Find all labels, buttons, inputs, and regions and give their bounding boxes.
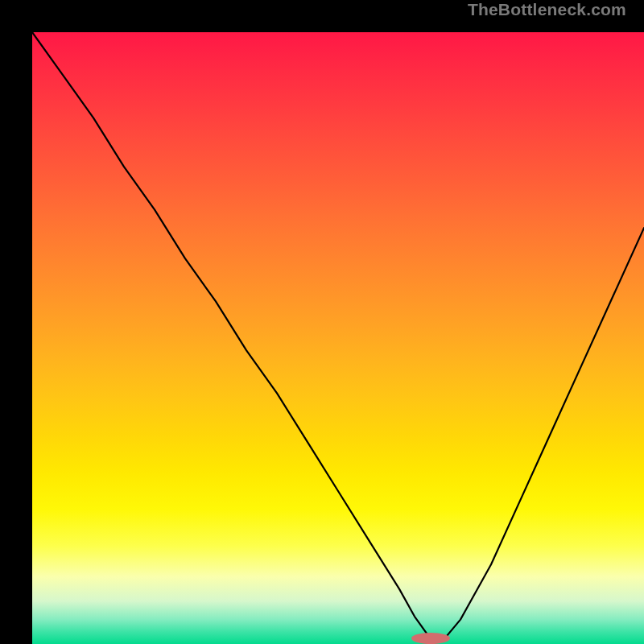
chart-svg (32, 32, 644, 644)
chart-frame (0, 0, 644, 644)
plot-area (32, 32, 644, 644)
gradient-bg (32, 32, 644, 644)
optimal-marker (411, 633, 450, 644)
watermark-text: TheBottleneck.com (468, 0, 626, 19)
